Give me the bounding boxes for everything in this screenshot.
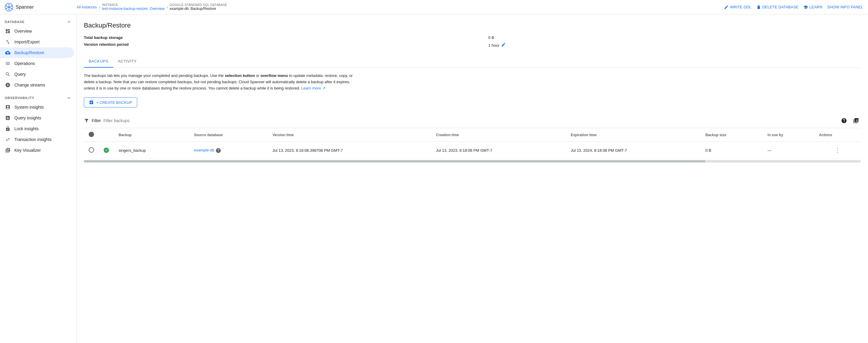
th-expiration-time: Expiration time bbox=[566, 128, 701, 142]
breadcrumb-sep-2: › bbox=[166, 4, 168, 10]
row-backup-size: 0 B bbox=[701, 142, 763, 159]
filter-row: Filter bbox=[84, 113, 861, 128]
overview-icon bbox=[5, 28, 11, 34]
version-retention-label: Version retention period bbox=[84, 42, 484, 48]
th-creation-time: Creation time bbox=[431, 128, 566, 142]
svg-line-11 bbox=[10, 7, 11, 8]
backups-info-text: The backups tab lets you manage your com… bbox=[84, 73, 353, 91]
transaction-insights-icon bbox=[5, 136, 11, 142]
help-circle-icon bbox=[841, 117, 847, 124]
th-version-time: Version time bbox=[268, 128, 431, 142]
all-instances-link[interactable]: All instances bbox=[77, 5, 97, 9]
app-name: Spanner bbox=[16, 4, 34, 10]
operations-icon bbox=[5, 61, 11, 66]
sidebar-item-query-insights-label: Query insights bbox=[14, 115, 41, 120]
sidebar-item-system-insights-label: System insights bbox=[14, 105, 44, 109]
graduation-cap-icon bbox=[803, 5, 808, 9]
collapse-icon[interactable] bbox=[66, 19, 71, 25]
sidebar-item-backup-restore[interactable]: Backup/Restore bbox=[0, 47, 74, 58]
columns-button[interactable] bbox=[851, 116, 861, 126]
actions-menu-button[interactable]: ⋮ bbox=[819, 145, 856, 155]
page-title: Backup/Restore bbox=[84, 22, 861, 29]
svg-point-1 bbox=[8, 4, 9, 5]
sidebar-item-key-visualizer-label: Key Visualizer bbox=[14, 148, 41, 152]
row-expiration-time: Jul 13, 2024, 8:18:08 PM GMT-7 bbox=[566, 142, 701, 159]
source-db-link[interactable]: example-db bbox=[194, 148, 214, 152]
add-icon bbox=[89, 100, 94, 105]
learn-button[interactable]: LEARN bbox=[803, 5, 822, 9]
write-ddl-button[interactable]: WRITE DDL bbox=[724, 5, 751, 9]
query-insights-icon bbox=[5, 115, 11, 121]
sidebar-item-query-label: Query bbox=[14, 72, 26, 77]
sidebar: DATABASE Overview Import/Export Backup/R… bbox=[0, 14, 77, 343]
table-row: singers_backup example-db ? Jul 13, 2023… bbox=[84, 142, 861, 159]
table-header-row: Backup Source database Version time Crea… bbox=[84, 128, 861, 142]
row-version-time: Jul 13, 2023, 8:18:08.398708 PM GMT-7 bbox=[268, 142, 431, 159]
create-backup-button[interactable]: + CREATE BACKUP bbox=[84, 97, 137, 107]
row-radio-button[interactable] bbox=[89, 147, 94, 152]
main-layout: DATABASE Overview Import/Export Backup/R… bbox=[0, 14, 868, 343]
sidebar-item-lock-insights[interactable]: Lock insights bbox=[0, 123, 74, 134]
total-backup-storage-label: Total backup storage bbox=[84, 35, 484, 40]
version-retention-value: 1 hour bbox=[488, 42, 861, 48]
spanner-logo-icon bbox=[5, 3, 13, 11]
row-status bbox=[99, 142, 114, 159]
row-in-use-by: — bbox=[763, 142, 814, 159]
th-backup-size: Backup size bbox=[701, 128, 763, 142]
svg-line-13 bbox=[10, 6, 11, 7]
breadcrumb: All instances › INSTANCE test-instance-b… bbox=[77, 3, 724, 11]
sidebar-item-operations[interactable]: Operations bbox=[0, 58, 74, 69]
scrollbar-thumb[interactable] bbox=[84, 160, 705, 163]
main-content: Backup/Restore Total backup storage 0 B … bbox=[77, 14, 868, 343]
db-breadcrumb: GOOGLE STANDARD SQL DATABASE example-db:… bbox=[170, 3, 227, 11]
sidebar-item-query[interactable]: Query bbox=[0, 69, 74, 80]
horizontal-scrollbar[interactable] bbox=[84, 160, 861, 163]
sidebar-item-backup-restore-label: Backup/Restore bbox=[14, 50, 44, 55]
th-actions: Actions bbox=[814, 128, 861, 142]
row-backup-name: singers_backup bbox=[114, 142, 189, 159]
tab-activity[interactable]: ACTIVITY bbox=[113, 55, 142, 68]
svg-point-2 bbox=[8, 9, 9, 10]
row-select[interactable] bbox=[84, 142, 99, 159]
learn-more-link[interactable]: Learn more ↗ bbox=[301, 86, 326, 91]
help-button[interactable] bbox=[839, 116, 849, 126]
version-retention-edit-icon[interactable] bbox=[501, 42, 506, 48]
observability-collapse-icon[interactable] bbox=[66, 95, 71, 101]
columns-icon bbox=[853, 117, 859, 124]
sidebar-item-transaction-insights[interactable]: Transaction insights bbox=[0, 134, 74, 145]
backups-table: Backup Source database Version time Crea… bbox=[84, 128, 861, 163]
th-status bbox=[99, 128, 114, 142]
svg-line-12 bbox=[7, 7, 8, 8]
source-db-help-icon[interactable]: ? bbox=[216, 148, 221, 153]
th-source-db: Source database bbox=[189, 128, 268, 142]
row-source-db: example-db ? bbox=[189, 142, 268, 159]
filter-actions bbox=[839, 116, 861, 126]
database-section-label: DATABASE bbox=[0, 14, 76, 26]
tabs: BACKUPS ACTIVITY bbox=[84, 55, 861, 68]
info-grid: Total backup storage 0 B Version retenti… bbox=[84, 35, 861, 48]
app-logo: Spanner bbox=[5, 3, 77, 11]
key-visualizer-icon bbox=[5, 147, 11, 153]
total-backup-storage-value: 0 B bbox=[488, 35, 861, 40]
show-info-panel-button[interactable]: SHOW INFO PANEL bbox=[827, 5, 863, 9]
sidebar-item-query-insights[interactable]: Query insights bbox=[0, 112, 74, 123]
tab-backups[interactable]: BACKUPS bbox=[84, 55, 113, 68]
sidebar-item-overview-label: Overview bbox=[14, 29, 32, 34]
top-nav: Spanner All instances › INSTANCE test-in… bbox=[0, 0, 868, 14]
instance-name[interactable]: test-instance-backup-restore: Overview bbox=[102, 7, 165, 11]
backup-icon bbox=[5, 50, 11, 56]
sidebar-item-change-streams[interactable]: Change streams bbox=[0, 80, 74, 91]
db-name: example-db: Backup/Restore bbox=[170, 7, 227, 11]
top-actions: WRITE DDL DELETE DATABASE LEARN SHOW INF… bbox=[724, 5, 863, 9]
delete-database-button[interactable]: DELETE DATABASE bbox=[756, 5, 799, 9]
sidebar-item-key-visualizer[interactable]: Key Visualizer bbox=[0, 145, 74, 156]
filter-label: Filter bbox=[92, 118, 101, 123]
row-actions[interactable]: ⋮ bbox=[814, 142, 861, 159]
sidebar-item-import-export-label: Import/Export bbox=[14, 39, 39, 44]
sidebar-item-operations-label: Operations bbox=[14, 61, 35, 66]
edit-icon bbox=[724, 5, 729, 9]
sidebar-item-system-insights[interactable]: System insights bbox=[0, 102, 74, 112]
sidebar-item-import-export[interactable]: Import/Export bbox=[0, 36, 74, 47]
filter-input[interactable] bbox=[103, 118, 837, 123]
sidebar-item-overview[interactable]: Overview bbox=[0, 26, 74, 36]
